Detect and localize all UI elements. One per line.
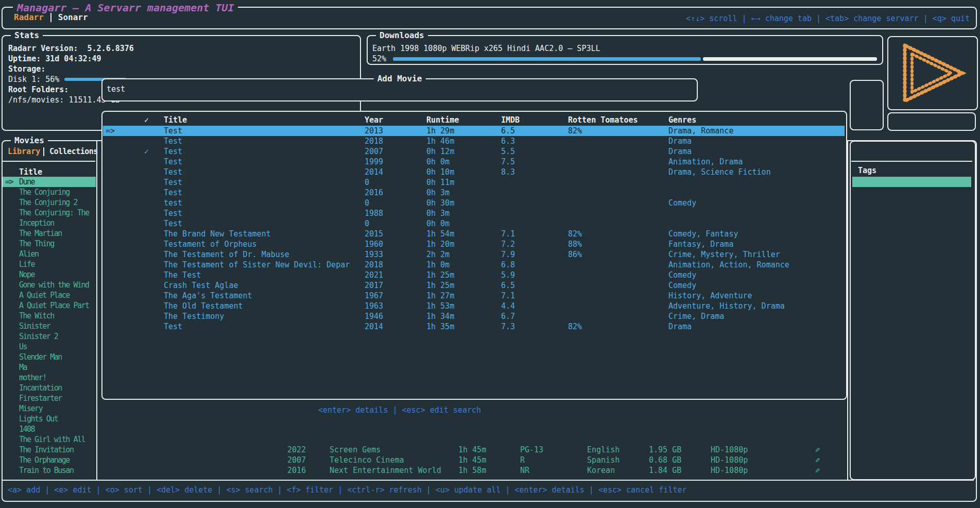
- cell-title: Test: [164, 218, 182, 229]
- cell-title: Test: [164, 167, 182, 177]
- result-row[interactable]: test00h 30mComedy: [103, 198, 845, 208]
- result-row[interactable]: The Brand New Testament20151h 54m7.182%C…: [103, 229, 845, 239]
- result-row[interactable]: ✓Test20070h 12m5.5Drama: [103, 146, 845, 157]
- cell-genres: Drama, Romance: [668, 126, 733, 136]
- cell-title: Test: [164, 321, 182, 332]
- cell-quality: HD-1080p: [711, 445, 748, 455]
- library-row[interactable]: 2007Telecinco Cinema1h 45mRSpanish0.68 G…: [101, 455, 847, 465]
- result-row[interactable]: The Testament of Dr. Mabuse19332h 2m7.98…: [103, 249, 845, 260]
- result-row[interactable]: Crash Test Aglae20171h 25m6.5Comedy: [103, 280, 845, 291]
- result-row[interactable]: Test20160h 3m: [103, 188, 845, 198]
- cell-imdb: 7.3: [501, 321, 515, 332]
- cell-year: 0: [365, 177, 369, 188]
- result-row[interactable]: The Old Testament19631h 53m4.4Adventure,…: [103, 301, 845, 311]
- cell-runtime: 1h 29m: [426, 126, 454, 136]
- result-row[interactable]: Test19990h 0m7.5Animation, Drama: [103, 157, 845, 167]
- cell-quality: HD-1080p: [711, 455, 748, 465]
- cell-genres: Comedy, Fantasy: [668, 229, 738, 239]
- cell-rt: 82%: [568, 126, 582, 136]
- cell-title: Test: [164, 188, 182, 198]
- cell-year: 0: [365, 218, 369, 229]
- cell-imdb: 6.7: [501, 311, 515, 321]
- cell-runtime: 0h 3m: [426, 208, 450, 218]
- cell-genres: Animation, Action, Romance: [668, 260, 789, 270]
- library-row[interactable]: 2016Next Entertainment World1h 58mNRKore…: [101, 465, 847, 476]
- cell-genres: Comedy: [668, 198, 696, 208]
- cell-genres: Animation, Drama: [668, 157, 743, 167]
- library-row[interactable]: 2022Screen Gems1h 45mPG-13English1.95 GB…: [101, 445, 847, 455]
- cell-imdb: 7.2: [501, 239, 515, 249]
- selection-marker: =>: [106, 126, 115, 136]
- result-row[interactable]: The Testimony19461h 34m6.7Crime, Drama: [103, 311, 845, 321]
- cell-year: 2018: [365, 136, 383, 146]
- cell-year: 1988: [365, 208, 383, 218]
- cell-imdb: 7.9: [501, 249, 515, 260]
- result-row[interactable]: =>Test20131h 29m6.582%Drama, Romance: [103, 126, 845, 136]
- tags-title: Tags: [858, 165, 876, 176]
- bottom-keybinds: <a> add | <e> edit | <o> sort | <del> de…: [8, 485, 687, 495]
- cell-title: The Testament of Dr. Mabuse: [164, 249, 289, 260]
- cell-year: 2016: [365, 188, 383, 198]
- cell-runtime: 1h 54m: [426, 229, 454, 239]
- cell-year: 1999: [365, 157, 383, 167]
- cell-imdb: 7.1: [501, 229, 515, 239]
- result-row[interactable]: Test00h 0m: [103, 218, 845, 229]
- add-movie-title: Add Movie: [374, 73, 426, 84]
- result-row[interactable]: Test19880h 3m: [103, 208, 845, 218]
- result-row[interactable]: Test20181h 46m6.3Drama: [103, 136, 845, 146]
- add-movie-search-box[interactable]: Add Movie test: [101, 78, 698, 101]
- cell-title: The Aga's Testament: [164, 291, 252, 301]
- cell-title: The Testimony: [164, 311, 224, 321]
- cell-genres: Adventure, History, Drama: [668, 301, 785, 311]
- cell-runtime: 0h 12m: [426, 146, 454, 157]
- cell-year: 2007: [287, 455, 306, 465]
- cell-runtime: 0h 11m: [426, 177, 454, 188]
- tags-divider: [851, 161, 972, 162]
- checkmark-icon: ✓: [144, 146, 149, 157]
- result-row[interactable]: The Test20211h 25m5.9Comedy: [103, 270, 845, 280]
- cell-runtime: 1h 27m: [426, 291, 454, 301]
- result-row[interactable]: The Testament of Sister New Devil: Depar…: [103, 260, 845, 270]
- cell-title: Test: [164, 208, 182, 218]
- cell-imdb: 5.9: [501, 270, 515, 280]
- cell-rating: PG-13: [520, 445, 543, 455]
- cell-title: Test: [164, 146, 182, 157]
- cell-imdb: 7.5: [501, 157, 515, 167]
- cell-imdb: 8.3: [501, 167, 515, 177]
- cell-imdb: 6.8: [501, 260, 515, 270]
- cell-imdb: 6.3: [501, 136, 515, 146]
- selected-tag-row[interactable]: [852, 177, 971, 187]
- result-row[interactable]: Test20140h 10m8.3Drama, Science Fiction: [103, 167, 845, 177]
- cell-title: The Old Testament: [164, 301, 243, 311]
- add-movie-search-input[interactable]: test: [107, 84, 125, 94]
- edit-pencil-icon: ✎: [815, 445, 820, 455]
- managarr-app: Managarr – A Servarr management TUI Rada…: [0, 0, 980, 508]
- cell-title: The Testament of Sister New Devil: Depar: [164, 260, 350, 270]
- cell-runtime: 1h 46m: [426, 136, 454, 146]
- result-row[interactable]: Testament of Orpheus19601h 20m7.288%Fant…: [103, 239, 845, 249]
- cell-genres: Comedy: [668, 280, 696, 291]
- cell-runtime: 1h 34m: [426, 311, 454, 321]
- cell-runtime: 1h 25m: [426, 280, 454, 291]
- cell-title: test: [164, 198, 182, 208]
- result-row[interactable]: The Aga's Testament19671h 27m7.1History,…: [103, 291, 845, 301]
- cell-year: 2021: [365, 270, 383, 280]
- modal-keybinds: <enter> details | <esc> edit search: [101, 405, 698, 415]
- cell-rating: R: [520, 455, 525, 465]
- cell-year: 1946: [365, 311, 383, 321]
- cell-year: 2013: [365, 126, 383, 136]
- result-row[interactable]: Test00h 11m: [103, 177, 845, 188]
- cell-runtime: 1h 20m: [426, 239, 454, 249]
- cell-genres: Drama: [668, 321, 692, 332]
- result-row[interactable]: Test20141h 35m7.382%Drama: [103, 321, 845, 332]
- cell-title: Test: [164, 126, 182, 136]
- tags-panel: Tags: [850, 141, 976, 480]
- cell-size: 1.95 GB: [649, 445, 681, 455]
- cell-genres: Fantasy, Drama: [668, 239, 733, 249]
- cell-title: Test: [164, 136, 182, 146]
- edit-pencil-icon: ✎: [815, 455, 820, 465]
- cell-language: Korean: [587, 465, 615, 476]
- cell-title: The Test: [164, 270, 201, 280]
- cell-runtime: 1h 35m: [426, 321, 454, 332]
- cell-imdb: 4.4: [501, 301, 515, 311]
